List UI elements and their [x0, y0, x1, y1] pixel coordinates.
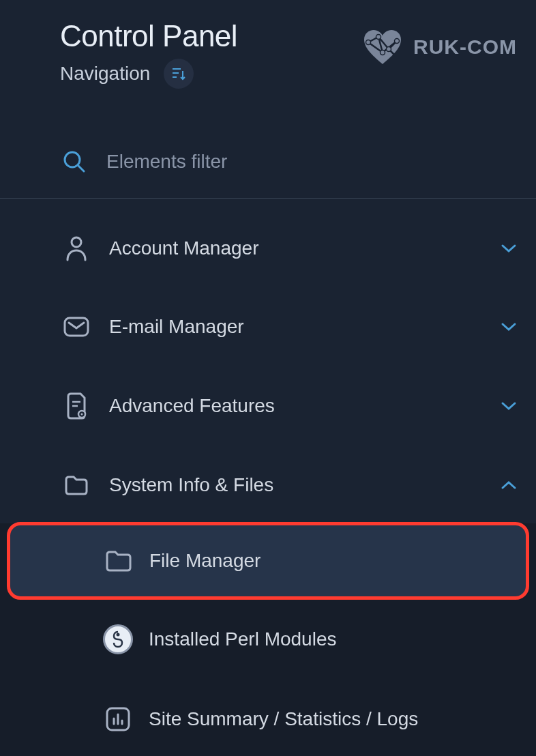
nav-item-label: Advanced Features	[109, 395, 501, 417]
sort-button[interactable]	[164, 59, 194, 89]
sub-item-site-summary[interactable]: Site Summary / Statistics / Logs	[0, 680, 536, 756]
nav-item-advanced-features[interactable]: Advanced Features	[0, 365, 536, 447]
nav-list: Account Manager E-mail Manager Ad	[0, 199, 536, 756]
chevron-up-icon	[501, 480, 517, 490]
user-icon	[63, 235, 90, 261]
brand-name: RUK-COM	[413, 35, 517, 59]
chevron-down-icon	[501, 244, 517, 253]
chevron-down-icon	[501, 401, 517, 411]
svg-rect-11	[65, 318, 88, 336]
svg-point-6	[395, 39, 400, 44]
navigation-row: Navigation	[60, 59, 237, 89]
sub-item-label: File Manager	[149, 550, 260, 572]
svg-point-15	[81, 413, 83, 416]
chevron-down-icon	[501, 322, 517, 332]
svg-point-8	[65, 152, 80, 167]
highlighted-wrapper: File Manager	[8, 523, 528, 598]
header: Control Panel Navigation RUK-COM	[0, 0, 536, 89]
system-sub-section: File Manager Installed Perl Modules	[0, 523, 536, 756]
filter-input[interactable]	[106, 151, 517, 173]
perl-icon	[102, 624, 134, 654]
nav-item-email-manager[interactable]: E-mail Manager	[0, 289, 536, 365]
svg-point-10	[72, 237, 81, 247]
svg-line-9	[78, 166, 84, 171]
document-gear-icon	[63, 392, 90, 420]
page-title: Control Panel	[60, 19, 237, 53]
sort-icon	[171, 67, 186, 81]
nav-item-label: Account Manager	[109, 237, 501, 259]
navigation-label: Navigation	[60, 63, 150, 85]
sub-item-label: Installed Perl Modules	[149, 628, 336, 650]
header-left: Control Panel Navigation	[60, 19, 237, 89]
brand-logo: RUK-COM	[361, 19, 517, 66]
mail-icon	[63, 317, 90, 337]
nav-item-system-info-files[interactable]: System Info & Files	[0, 447, 536, 523]
search-icon	[63, 150, 86, 173]
chart-icon	[102, 706, 134, 732]
nav-item-label: System Info & Files	[109, 474, 501, 496]
nav-item-label: E-mail Manager	[109, 316, 501, 338]
heart-logo-icon	[361, 29, 404, 66]
nav-item-account-manager[interactable]: Account Manager	[0, 208, 536, 289]
svg-point-7	[381, 50, 385, 55]
sub-item-label: Site Summary / Statistics / Logs	[149, 708, 418, 730]
filter-row[interactable]	[0, 89, 536, 199]
svg-point-5	[387, 47, 391, 52]
svg-point-3	[366, 40, 371, 45]
folder-icon	[63, 474, 90, 496]
svg-point-4	[376, 35, 381, 40]
sub-item-perl-modules[interactable]: Installed Perl Modules	[0, 598, 536, 680]
sub-item-file-manager[interactable]: File Manager	[8, 523, 528, 598]
svg-point-16	[117, 633, 120, 637]
folder-icon	[103, 549, 134, 573]
